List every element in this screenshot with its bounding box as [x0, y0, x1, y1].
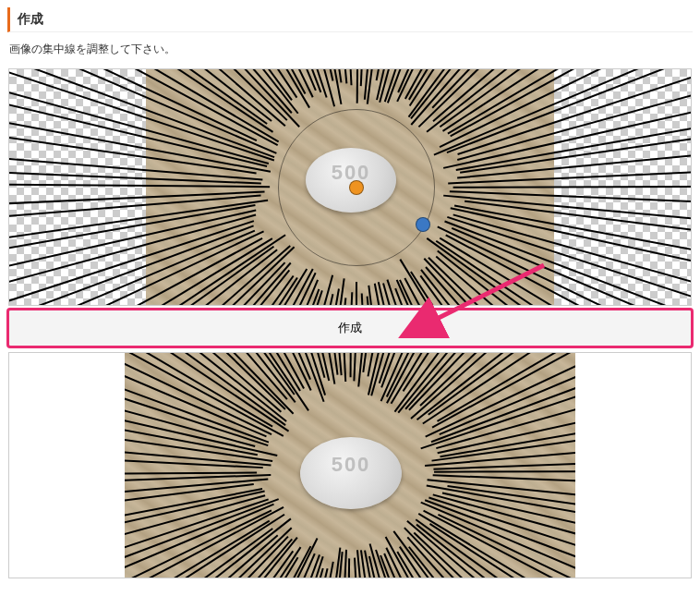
svg-line-149	[425, 500, 575, 578]
svg-line-43	[37, 289, 319, 306]
svg-line-4	[454, 206, 692, 306]
create-button-label: 作成	[338, 321, 362, 334]
section-title: 作成	[18, 11, 43, 26]
svg-line-127	[443, 69, 692, 131]
center-drag-handle[interactable]	[349, 180, 364, 195]
radius-drag-handle[interactable]	[416, 217, 430, 232]
svg-line-36	[318, 292, 352, 306]
svg-line-7	[447, 217, 692, 306]
svg-line-56	[9, 247, 273, 306]
svg-line-71	[9, 148, 261, 183]
svg-line-259	[404, 353, 575, 391]
section-header: 作成	[7, 7, 693, 32]
svg-line-261	[398, 353, 575, 413]
svg-line-94	[9, 69, 306, 93]
svg-line-0	[453, 185, 692, 188]
create-button-row: 作成	[8, 310, 692, 347]
svg-line-3	[465, 201, 692, 302]
svg-line-68	[9, 195, 261, 262]
svg-line-92	[9, 69, 296, 98]
svg-line-217	[125, 353, 255, 446]
svg-line-252	[371, 353, 531, 395]
svg-line-272	[440, 353, 575, 434]
svg-line-141	[434, 470, 575, 472]
speedline-editor[interactable]	[8, 68, 692, 306]
svg-line-146	[442, 493, 575, 578]
svg-line-81	[9, 69, 278, 145]
svg-line-21	[420, 275, 692, 306]
svg-line-87	[9, 69, 287, 120]
svg-line-191	[125, 538, 297, 578]
svg-line-1	[450, 191, 692, 225]
svg-line-79	[9, 69, 276, 153]
svg-line-134	[457, 69, 692, 160]
result-preview	[8, 352, 692, 578]
preview-coin-image	[300, 437, 402, 509]
svg-line-70	[9, 179, 270, 187]
svg-line-198	[125, 515, 284, 578]
create-button[interactable]: 作成	[8, 310, 692, 347]
svg-line-128	[448, 69, 692, 134]
svg-line-274	[421, 353, 575, 448]
instruction-text: 画像の集中線を調整して下さい。	[9, 42, 691, 57]
svg-line-105	[357, 69, 364, 103]
coin-image	[306, 148, 396, 213]
svg-line-246	[351, 353, 354, 377]
